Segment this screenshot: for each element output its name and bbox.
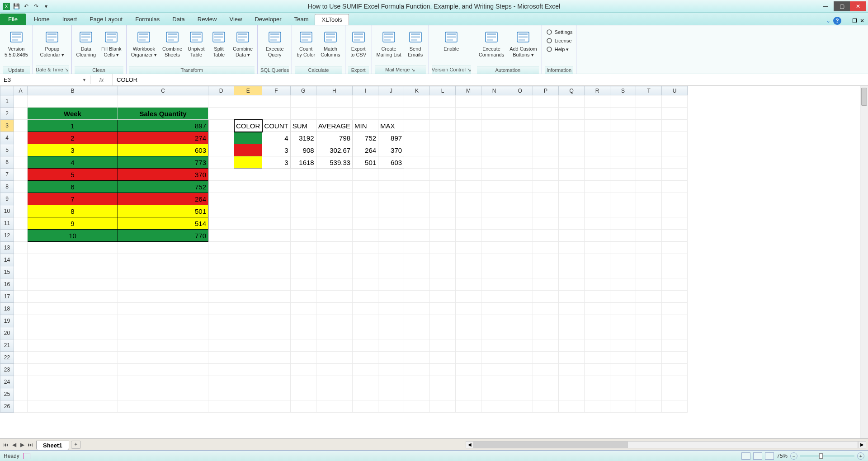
cell[interactable]	[559, 339, 585, 352]
sheet-nav-prev-icon[interactable]: ◀	[10, 442, 18, 448]
cell[interactable]	[208, 400, 234, 413]
cell[interactable]	[636, 315, 662, 327]
row-header[interactable]: 25	[0, 388, 14, 400]
cell[interactable]	[208, 266, 234, 278]
cell[interactable]	[316, 108, 352, 120]
cell[interactable]	[662, 95, 688, 108]
cell[interactable]	[636, 291, 662, 303]
cell[interactable]	[636, 144, 662, 156]
cell[interactable]	[208, 217, 234, 230]
cell[interactable]	[118, 254, 208, 266]
cell[interactable]	[118, 303, 208, 315]
cell[interactable]	[353, 108, 378, 120]
cell[interactable]	[290, 254, 316, 266]
cell[interactable]	[610, 278, 636, 291]
cell[interactable]	[662, 156, 688, 169]
cell[interactable]: 908	[290, 144, 316, 156]
ribbon-execute[interactable]: Execute Commands	[477, 28, 506, 58]
cell[interactable]	[378, 376, 404, 388]
cell[interactable]	[559, 376, 585, 388]
cell[interactable]	[456, 291, 481, 303]
col-header[interactable]: T	[636, 86, 662, 95]
cell[interactable]	[404, 181, 430, 193]
cell[interactable]	[290, 291, 316, 303]
cell[interactable]	[430, 169, 456, 181]
cell[interactable]	[456, 132, 481, 144]
col-header[interactable]: O	[507, 86, 533, 95]
cell[interactable]: 264	[118, 193, 208, 205]
cell[interactable]	[456, 120, 481, 132]
cell[interactable]	[404, 132, 430, 144]
cell[interactable]	[290, 266, 316, 278]
cell[interactable]	[507, 205, 533, 217]
cell[interactable]	[404, 400, 430, 413]
cell[interactable]: 770	[118, 230, 208, 242]
cell[interactable]	[559, 205, 585, 217]
cell[interactable]	[14, 327, 28, 339]
sheet-nav-next-icon[interactable]: ▶	[18, 442, 26, 448]
cell[interactable]	[262, 400, 290, 413]
cell[interactable]	[610, 217, 636, 230]
cell[interactable]: 5	[28, 169, 118, 181]
cell[interactable]	[456, 156, 481, 169]
cell[interactable]: COUNT	[262, 120, 290, 132]
cell[interactable]	[208, 205, 234, 217]
cell[interactable]	[14, 278, 28, 291]
cell[interactable]	[610, 181, 636, 193]
cell[interactable]	[290, 303, 316, 315]
cell[interactable]	[507, 242, 533, 254]
cell[interactable]	[662, 303, 688, 315]
row-header[interactable]: 12	[0, 230, 14, 242]
col-header[interactable]: B	[28, 86, 118, 95]
row-header[interactable]: 24	[0, 376, 14, 388]
cell[interactable]	[456, 205, 481, 217]
cell[interactable]	[585, 303, 610, 315]
cell[interactable]	[456, 169, 481, 181]
cell[interactable]	[610, 254, 636, 266]
name-box-dropdown-icon[interactable]: ▼	[82, 78, 86, 82]
cell[interactable]	[481, 339, 507, 352]
cell[interactable]	[378, 108, 404, 120]
cell[interactable]	[118, 242, 208, 254]
sheet-tab[interactable]: Sheet1	[36, 441, 69, 450]
cell[interactable]	[316, 278, 352, 291]
cell[interactable]	[559, 400, 585, 413]
cell[interactable]	[378, 400, 404, 413]
cell[interactable]	[378, 315, 404, 327]
ribbon-unpivot[interactable]: Unpivot Table	[186, 28, 207, 58]
cell[interactable]	[208, 156, 234, 169]
cell[interactable]	[533, 339, 559, 352]
sheet-nav-last-icon[interactable]: ⏭	[26, 442, 34, 448]
cell[interactable]	[559, 352, 585, 364]
cell[interactable]	[585, 169, 610, 181]
cell[interactable]	[234, 352, 262, 364]
hscroll-left-icon[interactable]: ◀	[466, 441, 474, 448]
cell[interactable]	[507, 181, 533, 193]
cell[interactable]	[662, 205, 688, 217]
cell[interactable]	[585, 339, 610, 352]
cell[interactable]	[456, 339, 481, 352]
cell[interactable]	[481, 108, 507, 120]
cell[interactable]	[404, 364, 430, 376]
cell[interactable]	[559, 144, 585, 156]
cell[interactable]	[404, 388, 430, 400]
cell[interactable]	[208, 376, 234, 388]
cell[interactable]	[208, 169, 234, 181]
cell[interactable]	[585, 254, 610, 266]
row-header[interactable]: 1	[0, 95, 14, 108]
cell[interactable]	[533, 193, 559, 205]
cell[interactable]	[262, 193, 290, 205]
col-header[interactable]: M	[456, 86, 481, 95]
cell[interactable]	[234, 266, 262, 278]
cell[interactable]	[662, 352, 688, 364]
cell[interactable]	[208, 230, 234, 242]
cell[interactable]	[262, 352, 290, 364]
cell[interactable]	[290, 242, 316, 254]
row-header[interactable]: 26	[0, 400, 14, 413]
cell[interactable]	[378, 181, 404, 193]
cell[interactable]	[118, 376, 208, 388]
cell[interactable]: Week	[28, 108, 118, 120]
row-header[interactable]: 21	[0, 339, 14, 352]
cell[interactable]	[378, 352, 404, 364]
ribbon-count[interactable]: Count by Color	[295, 28, 317, 58]
